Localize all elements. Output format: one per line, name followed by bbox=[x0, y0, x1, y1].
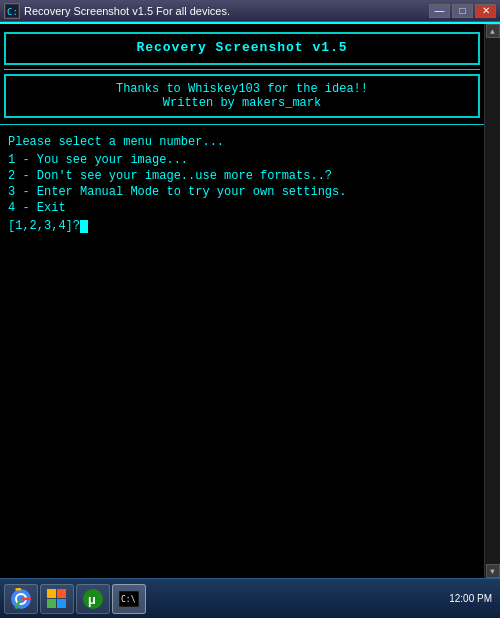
terminal-window: Recovery Screenshot v1.5 Thanks to Whisk… bbox=[0, 22, 500, 578]
credits-section: Thanks to Whiskey103 for the idea!! Writ… bbox=[4, 74, 480, 118]
svg-rect-7 bbox=[47, 599, 56, 608]
title-bar-buttons: — □ ✕ bbox=[429, 4, 496, 18]
app-icon: C: bbox=[4, 3, 20, 19]
terminal-inner: Recovery Screenshot v1.5 Thanks to Whisk… bbox=[0, 24, 500, 578]
input-line[interactable]: [1,2,3,4]? bbox=[8, 219, 476, 233]
maximize-button[interactable]: □ bbox=[452, 4, 473, 18]
time-text: 12:00 PM bbox=[449, 593, 492, 604]
cursor bbox=[80, 220, 88, 233]
tray-area: 12:00 PM bbox=[449, 593, 496, 604]
scrollbar-track[interactable] bbox=[486, 38, 500, 564]
full-separator bbox=[0, 124, 484, 125]
minimize-button[interactable]: — bbox=[429, 4, 450, 18]
folder-icon bbox=[46, 588, 68, 610]
terminal-content: Recovery Screenshot v1.5 Thanks to Whisk… bbox=[0, 24, 484, 578]
header-section: Recovery Screenshot v1.5 bbox=[4, 32, 480, 65]
taskbar-item-bittorrent[interactable]: μ bbox=[76, 584, 110, 614]
menu-prompt: Please select a menu number... bbox=[8, 135, 476, 149]
menu-item-2: 2 - Don't see your image..use more forma… bbox=[8, 169, 476, 183]
title-bar: C: Recovery Screenshot v1.5 For all devi… bbox=[0, 0, 500, 22]
taskbar-item-chrome[interactable] bbox=[4, 584, 38, 614]
bittorrent-icon: μ bbox=[82, 588, 104, 610]
clock-display: 12:00 PM bbox=[449, 593, 492, 604]
chrome-icon bbox=[10, 588, 32, 610]
cmd-icon: C:\ bbox=[118, 588, 140, 610]
section-separator bbox=[4, 69, 480, 70]
menu-item-1: 1 - You see your image... bbox=[8, 153, 476, 167]
svg-rect-8 bbox=[57, 599, 66, 608]
title-bar-left: C: Recovery Screenshot v1.5 For all devi… bbox=[4, 3, 230, 19]
svg-text:C:\: C:\ bbox=[121, 595, 136, 604]
credits-line1: Thanks to Whiskey103 for the idea!! bbox=[10, 82, 474, 96]
scrollbar-down-button[interactable]: ▼ bbox=[486, 564, 500, 578]
scrollbar[interactable]: ▲ ▼ bbox=[484, 24, 500, 578]
menu-section: Please select a menu number... 1 - You s… bbox=[0, 131, 484, 237]
taskbar-item-cmd[interactable]: C:\ bbox=[112, 584, 146, 614]
svg-text:μ: μ bbox=[88, 593, 96, 608]
taskbar-item-folder[interactable] bbox=[40, 584, 74, 614]
scrollbar-up-button[interactable]: ▲ bbox=[486, 24, 500, 38]
svg-rect-6 bbox=[57, 589, 66, 598]
close-button[interactable]: ✕ bbox=[475, 4, 496, 18]
menu-item-4: 4 - Exit bbox=[8, 201, 476, 215]
svg-text:C:: C: bbox=[7, 7, 18, 17]
title-bar-text: Recovery Screenshot v1.5 For all devices… bbox=[24, 5, 230, 17]
header-title: Recovery Screenshot v1.5 bbox=[10, 40, 474, 55]
taskbar: μ C:\ 12:00 PM bbox=[0, 578, 500, 618]
svg-rect-5 bbox=[47, 589, 56, 598]
menu-item-3: 3 - Enter Manual Mode to try your own se… bbox=[8, 185, 476, 199]
credits-line2: Written by makers_mark bbox=[10, 96, 474, 110]
input-prompt: [1,2,3,4]? bbox=[8, 219, 80, 233]
